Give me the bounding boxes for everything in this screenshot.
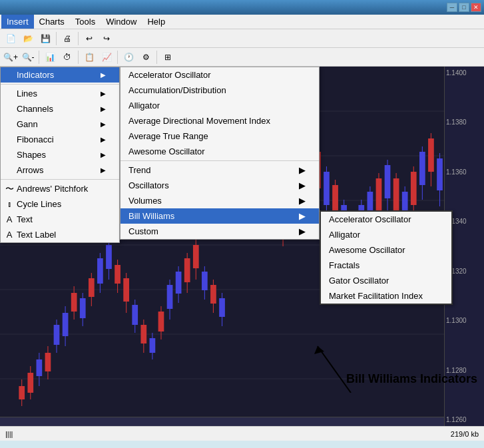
status-right-text: 219/0 kb — [451, 430, 479, 438]
insert-dropdown: Indicators ▶ Lines ▶ Channels ▶ Gann ▶ F… — [0, 67, 120, 243]
lines-item[interactable]: Lines ▶ — [1, 86, 119, 101]
svg-rect-25 — [89, 278, 95, 297]
print-btn[interactable]: 🖨 — [59, 31, 75, 46]
accelerator-osc-label: Accelerator Oscillator — [128, 70, 211, 80]
svg-rect-27 — [97, 258, 103, 284]
trend-item[interactable]: Trend ▶ — [121, 162, 319, 178]
accelerator-osc-item[interactable]: Accelerator Oscillator — [121, 67, 319, 83]
fibonacci-item[interactable]: Fibonacci ▶ — [1, 132, 119, 147]
bw-alligator-item[interactable]: Alligator — [321, 227, 451, 242]
insert-menu-item[interactable]: Insert — [1, 15, 34, 29]
indicators-item[interactable]: Indicators ▶ — [1, 67, 119, 83]
text-label-icon: A — [3, 230, 15, 240]
sep5 — [117, 51, 118, 64]
svg-rect-83 — [393, 178, 399, 212]
svg-rect-11 — [27, 373, 33, 393]
arrows-item[interactable]: Arrows ▶ — [1, 162, 119, 178]
open-btn[interactable]: 📂 — [20, 31, 36, 46]
custom-arrow: ▶ — [299, 226, 306, 236]
volumes-item[interactable]: Volumes ▶ — [121, 193, 319, 208]
svg-rect-37 — [140, 325, 146, 343]
zoom-in-btn[interactable]: 🔍+ — [3, 50, 19, 65]
gann-item[interactable]: Gann ▶ — [1, 116, 119, 132]
andrews-pitchfork-item[interactable]: 〜 Andrews' Pitchfork — [1, 181, 119, 196]
charts-menu-item[interactable]: Charts — [34, 15, 70, 29]
svg-rect-31 — [115, 265, 121, 284]
bill-williams-submenu: Accelerator Oscillator Alligator Awesome… — [320, 210, 453, 305]
bw-accelerator-item[interactable]: Accelerator Oscillator — [321, 212, 451, 227]
cycle-label: Cycle Lines — [17, 199, 61, 209]
bw-alligator-label: Alligator — [329, 230, 360, 240]
text-label-item[interactable]: A Text Label — [1, 227, 119, 242]
awesome-osc-item[interactable]: Awesome Oscillator — [121, 144, 319, 159]
shapes-arrow: ▶ — [101, 151, 106, 158]
period-btn[interactable]: ⏱ — [59, 50, 75, 65]
template-btn[interactable]: 📋 — [81, 50, 97, 65]
bw-market-item[interactable]: Market Facilitation Index — [321, 288, 451, 304]
save-btn[interactable]: 💾 — [37, 31, 53, 46]
gann-arrow: ▶ — [101, 120, 106, 128]
svg-rect-13 — [36, 359, 42, 376]
text-label: Text — [17, 214, 33, 224]
cycle-icon: ⫾ — [3, 199, 15, 209]
price-3: 1.1360 — [446, 168, 483, 176]
redo-btn[interactable]: ↪ — [99, 31, 115, 46]
annotation-label: Bill Williams Indicators — [346, 372, 477, 386]
lines-arrow: ▶ — [101, 90, 106, 97]
minimize-button[interactable]: ─ — [447, 3, 457, 12]
chart-type-btn[interactable]: 📊 — [42, 50, 58, 65]
oscillators-item[interactable]: Oscillators ▶ — [121, 178, 319, 193]
zoom-out-btn[interactable]: 🔍- — [20, 50, 36, 65]
cycle-lines-item[interactable]: ⫾ Cycle Lines — [1, 196, 119, 212]
indicators-submenu: Accelerator Oscillator Accumulation/Dist… — [120, 67, 320, 240]
shapes-item[interactable]: Shapes ▶ — [1, 147, 119, 162]
text-label-label: Text Label — [17, 230, 56, 240]
svg-rect-21 — [71, 293, 77, 312]
settings-btn[interactable]: ⚙ — [138, 50, 154, 65]
clock-btn[interactable]: 🕐 — [121, 50, 136, 65]
bw-gator-item[interactable]: Gator Oscillator — [321, 273, 451, 288]
close-button[interactable]: ✕ — [471, 3, 481, 12]
undo-btn[interactable]: ↩ — [81, 31, 97, 46]
avg-directional-item[interactable]: Average Directional Movement Index — [121, 113, 319, 128]
channels-item[interactable]: Channels ▶ — [1, 101, 119, 116]
sep2 — [1, 179, 119, 180]
sep2 — [78, 32, 79, 45]
indicator-btn[interactable]: 📈 — [99, 50, 115, 65]
svg-rect-45 — [176, 272, 182, 294]
bw-fractals-item[interactable]: Fractals — [321, 258, 451, 273]
accumulation-dist-label: Accumulation/Distribution — [128, 85, 226, 95]
status-bar: |||| 219/0 kb — [0, 426, 484, 441]
bill-williams-item[interactable]: Bill Williams ▶ — [121, 208, 319, 224]
sub-sep — [121, 160, 319, 161]
tools-menu-item[interactable]: Tools — [70, 15, 101, 29]
alligator-item[interactable]: Alligator — [121, 98, 319, 113]
status-left-icon: |||| — [5, 430, 13, 438]
chart-scrollbar[interactable] — [0, 417, 444, 426]
trend-label: Trend — [128, 165, 150, 175]
lines-label: Lines — [17, 89, 37, 99]
svg-rect-39 — [150, 338, 156, 353]
menu-bar: Insert Charts Tools Window Help — [0, 15, 484, 29]
bill-williams-arrow: ▶ — [299, 211, 306, 221]
maximize-button[interactable]: □ — [459, 3, 469, 12]
arrows-arrow: ▶ — [101, 166, 106, 174]
svg-rect-51 — [202, 272, 208, 290]
svg-rect-87 — [411, 172, 417, 205]
avg-true-range-label: Average True Range — [128, 131, 208, 141]
grid-btn[interactable]: ⊞ — [160, 50, 176, 65]
new-btn[interactable]: 📄 — [3, 31, 19, 46]
bw-awesome-item[interactable]: Awesome Oscillator — [321, 242, 451, 258]
awesome-osc-label: Awesome Oscillator — [128, 146, 205, 156]
accumulation-dist-item[interactable]: Accumulation/Distribution — [121, 83, 319, 98]
bill-williams-label: Bill Williams — [128, 211, 174, 221]
help-menu-item[interactable]: Help — [142, 15, 170, 29]
avg-true-range-item[interactable]: Average True Range — [121, 128, 319, 144]
channels-label: Channels — [17, 104, 53, 114]
sep6 — [156, 51, 157, 64]
custom-item[interactable]: Custom ▶ — [121, 224, 319, 239]
text-item[interactable]: A Text — [1, 212, 119, 227]
svg-rect-33 — [123, 278, 129, 302]
gann-label: Gann — [17, 119, 38, 129]
window-menu-item[interactable]: Window — [101, 15, 142, 29]
